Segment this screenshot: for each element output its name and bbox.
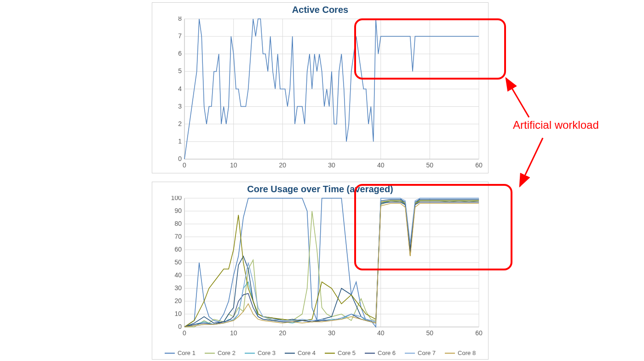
svg-text:7: 7 — [178, 32, 182, 40]
chart-title-1: Active Cores — [152, 3, 488, 15]
plot-active-cores: 0123456780102030405060 — [171, 17, 483, 171]
legend-item: Core 3 — [245, 350, 276, 356]
svg-text:30: 30 — [328, 329, 335, 337]
chart-core-usage: Core Usage over Time (averaged) 01020304… — [152, 182, 489, 360]
svg-text:40: 40 — [377, 329, 385, 337]
svg-line-74 — [520, 138, 543, 186]
svg-text:50: 50 — [426, 161, 434, 169]
svg-text:6: 6 — [178, 50, 182, 57]
svg-text:0: 0 — [183, 161, 186, 169]
svg-text:0: 0 — [178, 323, 182, 330]
svg-text:60: 60 — [475, 329, 483, 337]
svg-text:40: 40 — [174, 271, 182, 279]
svg-text:8: 8 — [178, 17, 182, 22]
svg-text:10: 10 — [174, 310, 182, 317]
svg-text:3: 3 — [178, 103, 182, 110]
legend-label: Core 1 — [178, 350, 196, 356]
legend-label: Core 5 — [338, 350, 356, 356]
legend-label: Core 2 — [218, 350, 236, 356]
svg-text:100: 100 — [171, 196, 182, 201]
svg-text:60: 60 — [475, 161, 483, 169]
legend-swatch — [285, 353, 295, 354]
chart-active-cores: Active Cores 0123456780102030405060 — [152, 2, 489, 173]
svg-text:0: 0 — [183, 329, 186, 337]
svg-text:30: 30 — [174, 284, 182, 292]
svg-text:4: 4 — [178, 85, 182, 92]
legend-label: Core 3 — [258, 350, 276, 356]
svg-line-73 — [506, 78, 529, 117]
svg-text:40: 40 — [377, 161, 385, 169]
legend-item: Core 4 — [285, 350, 316, 356]
legend-label: Core 4 — [298, 350, 316, 356]
svg-text:5: 5 — [178, 67, 182, 74]
legend-swatch — [365, 353, 375, 354]
svg-text:90: 90 — [174, 207, 182, 214]
legend-swatch — [165, 353, 175, 354]
legend: Core 1Core 2Core 3Core 4Core 5Core 6Core… — [152, 346, 488, 356]
legend-item: Core 2 — [205, 350, 236, 356]
legend-label: Core 8 — [458, 350, 476, 356]
svg-text:30: 30 — [328, 161, 335, 169]
legend-item: Core 8 — [445, 350, 476, 356]
legend-item: Core 7 — [405, 350, 436, 356]
legend-label: Core 6 — [378, 350, 396, 356]
svg-text:50: 50 — [174, 258, 182, 266]
svg-text:80: 80 — [174, 220, 182, 227]
svg-text:20: 20 — [174, 297, 182, 304]
annotation-artificial-workload: Artificial workload — [513, 119, 599, 132]
legend-item: Core 5 — [325, 350, 356, 356]
legend-swatch — [245, 353, 255, 354]
svg-text:50: 50 — [426, 329, 434, 337]
chart-title-2: Core Usage over Time (averaged) — [152, 182, 488, 195]
svg-text:70: 70 — [174, 233, 182, 240]
svg-text:20: 20 — [279, 161, 287, 169]
legend-label: Core 7 — [418, 350, 436, 356]
svg-text:20: 20 — [279, 329, 287, 337]
svg-text:10: 10 — [230, 329, 237, 337]
svg-text:10: 10 — [230, 161, 237, 169]
legend-item: Core 6 — [365, 350, 396, 356]
plot-core-usage: 01020304050607080901000102030405060 — [171, 196, 483, 338]
legend-item: Core 1 — [165, 350, 196, 356]
svg-text:1: 1 — [178, 138, 182, 145]
svg-text:2: 2 — [178, 120, 182, 127]
legend-swatch — [325, 353, 335, 354]
svg-text:0: 0 — [178, 155, 182, 162]
legend-swatch — [405, 353, 415, 354]
svg-text:60: 60 — [174, 246, 182, 253]
legend-swatch — [445, 353, 455, 354]
legend-swatch — [205, 353, 215, 354]
